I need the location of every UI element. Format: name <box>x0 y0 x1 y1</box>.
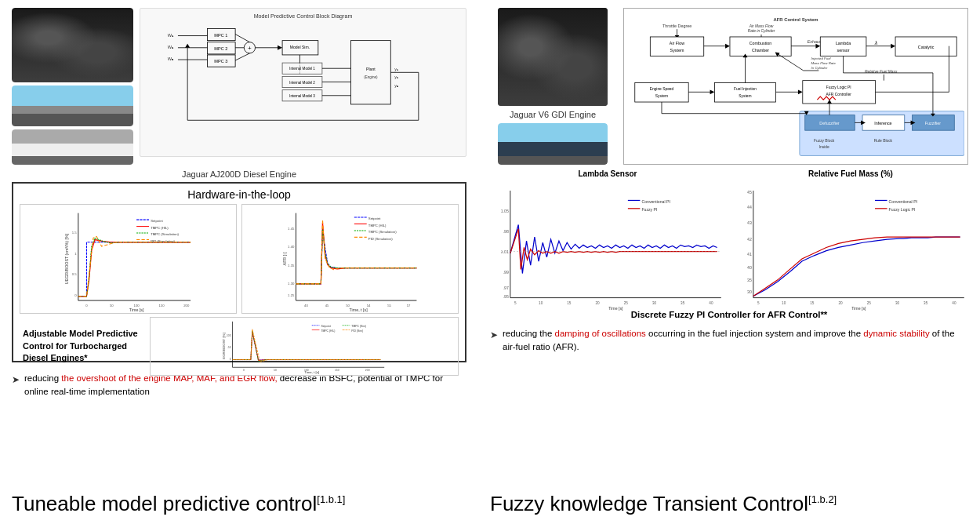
svg-text:Plant: Plant <box>366 67 376 71</box>
car-image-red <box>12 86 133 126</box>
svg-text:TMPC (Simulation): TMPC (Simulation) <box>151 232 179 236</box>
jaguar-car-image <box>498 123 608 165</box>
svg-text:5: 5 <box>514 301 517 305</box>
svg-text:54: 54 <box>367 304 371 307</box>
svg-text:Fuzzy PI: Fuzzy PI <box>641 207 657 212</box>
left-title-ref: [1.b.1] <box>317 493 345 505</box>
svg-text:Lambda: Lambda <box>836 41 851 45</box>
left-bullet-section: ➤ reducing the overshoot of the engine M… <box>12 372 466 402</box>
svg-text:TMPC (Simulation): TMPC (Simulation) <box>368 230 397 234</box>
left-top-section: Model Predictive Control Block Diagram W… <box>12 8 466 165</box>
hil-title: Hardware-in-the-loop <box>20 188 459 201</box>
car-art-red <box>12 86 133 126</box>
svg-text:In Cylinder: In Cylinder <box>811 66 828 70</box>
svg-text:1.05: 1.05 <box>501 209 509 213</box>
svg-line-17 <box>235 53 249 60</box>
right-engine-area: Jaguar V6 GDI Engine <box>490 8 615 165</box>
svg-text:MPC 3: MPC 3 <box>214 59 227 64</box>
left-bottom-title: Tuneable model predictive control[1.b.1] <box>12 489 466 516</box>
svg-text:(Engine): (Engine) <box>364 75 378 79</box>
fuel-mass-chart-title: Relative Fuel Mass (%) <box>733 169 968 178</box>
svg-text:150: 150 <box>335 369 339 372</box>
svg-text:Model Sim.: Model Sim. <box>290 45 310 49</box>
hil-bottom-row: Adjustable Model PredictiveControl for T… <box>20 317 459 376</box>
hil-section: Hardware-in-the-loop UEGR/BOOST (cm²/%) … <box>12 182 466 362</box>
svg-text:Mass Flow Rate: Mass Flow Rate <box>811 61 837 65</box>
svg-text:200: 200 <box>365 369 370 372</box>
hil-chart-left: UEGR/BOOST (cm²/%) [%] Time [s] 0 50 100… <box>20 204 237 314</box>
svg-text:.97: .97 <box>503 286 509 290</box>
svg-text:Time [s]: Time [s] <box>129 307 144 312</box>
svg-text:0: 0 <box>243 369 245 372</box>
svg-text:50: 50 <box>346 304 350 307</box>
svg-text:Fuzzifier: Fuzzifier <box>925 121 941 126</box>
svg-text:150: 150 <box>158 304 165 307</box>
svg-line-15 <box>235 35 249 42</box>
svg-text:TMPC (Sim): TMPC (Sim) <box>351 325 366 328</box>
svg-text:20: 20 <box>838 301 843 305</box>
hil-chart-left-svg: UEGR/BOOST (cm²/%) [%] Time [s] 0 50 100… <box>20 205 236 313</box>
svg-text:30: 30 <box>895 301 900 305</box>
svg-text:1: 1 <box>74 252 77 256</box>
svg-text:Setpoint: Setpoint <box>151 219 163 223</box>
svg-text:Internal Model 3: Internal Model 3 <box>289 94 315 98</box>
svg-text:y₁: y₁ <box>394 67 398 71</box>
svg-text:100: 100 <box>134 304 140 307</box>
svg-text:Rate in Cylinder: Rate in Cylinder <box>748 29 775 33</box>
svg-text:Conventional PI: Conventional PI <box>641 199 670 204</box>
svg-text:System: System <box>739 94 751 98</box>
svg-text:0: 0 <box>230 358 231 361</box>
fuzzy-charts-section: Lambda Sensor 1.05 .98 λ.01 .99 .97 .95 … <box>490 169 968 307</box>
svg-text:MPC 1: MPC 1 <box>214 33 227 38</box>
svg-text:Fuzzy Logic PI: Fuzzy Logic PI <box>889 207 916 212</box>
svg-text:1.5: 1.5 <box>72 231 78 235</box>
mpc-description-text: Adjustable Model PredictiveControl for T… <box>23 328 138 364</box>
engine-image <box>12 8 133 82</box>
svg-text:35: 35 <box>747 278 752 282</box>
svg-marker-126 <box>815 44 820 49</box>
svg-text:40: 40 <box>304 304 308 307</box>
hil-bottom-chart-svg: EGR/BOOST [%] Time, t [s] 0 -50 -100 0 5… <box>151 318 458 375</box>
svg-text:200: 200 <box>183 304 190 307</box>
svg-text:1.45: 1.45 <box>288 227 295 231</box>
svg-text:1.25: 1.25 <box>288 293 295 297</box>
svg-text:AFR [-]: AFR [-] <box>282 252 287 265</box>
svg-text:Time, t [s]: Time, t [s] <box>350 307 368 312</box>
svg-marker-147 <box>710 89 715 94</box>
svg-text:15: 15 <box>810 301 815 305</box>
svg-marker-152 <box>798 89 803 94</box>
svg-text:Setpoint: Setpoint <box>368 217 381 220</box>
lambda-chart-svg: 1.05 .98 λ.01 .99 .97 .95 5 10 15 20 25 … <box>490 180 725 317</box>
svg-rect-127 <box>820 37 866 56</box>
left-title-text: Tuneable model predictive control <box>12 492 317 515</box>
svg-text:1.30: 1.30 <box>288 282 295 286</box>
svg-text:1.35: 1.35 <box>288 264 295 267</box>
svg-text:-50: -50 <box>227 346 231 349</box>
svg-text:Fuzzy Logic PI: Fuzzy Logic PI <box>826 86 851 89</box>
left-images-column <box>12 8 133 165</box>
svg-text:W₁: W₁ <box>168 33 174 38</box>
svg-text:55: 55 <box>387 304 391 307</box>
svg-text:35: 35 <box>681 301 685 305</box>
svg-text:0: 0 <box>85 304 88 307</box>
svg-text:Inference: Inference <box>874 121 891 126</box>
svg-text:W₂: W₂ <box>168 45 174 49</box>
svg-text:y₃: y₃ <box>394 83 398 88</box>
svg-text:+: + <box>248 45 252 52</box>
svg-text:System: System <box>655 94 668 98</box>
svg-text:50: 50 <box>274 369 277 372</box>
hil-chart-right-top: AFR [-] Time, t [s] 1.45 1.40 1.35 1.30 … <box>241 204 459 314</box>
svg-text:TMPC (HIL): TMPC (HIL) <box>368 224 387 227</box>
hil-chart-right-top-svg: AFR [-] Time, t [s] 1.45 1.40 1.35 1.30 … <box>242 205 458 313</box>
svg-text:Combustion: Combustion <box>750 41 772 45</box>
svg-text:42: 42 <box>747 237 752 242</box>
svg-marker-19 <box>278 45 282 50</box>
v6-engine-art <box>498 8 608 106</box>
svg-text:Fuzzy Block: Fuzzy Block <box>814 139 835 143</box>
svg-text:Air Flow: Air Flow <box>670 41 684 45</box>
svg-text:5: 5 <box>757 301 760 305</box>
right-bullet-text: reducing the damping of oscillations occ… <box>503 327 968 355</box>
svg-text:25: 25 <box>867 301 872 305</box>
svg-text:PID (Simulation): PID (Simulation) <box>368 237 393 241</box>
car-art-dark <box>498 123 608 165</box>
